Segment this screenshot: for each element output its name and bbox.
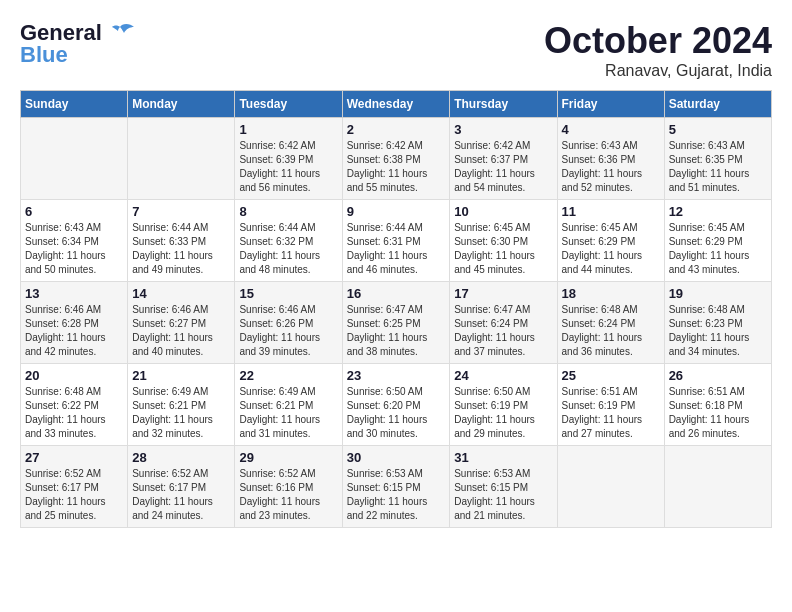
calendar-week-row: 27 Sunrise: 6:52 AMSunset: 6:17 PMDaylig… (21, 446, 772, 528)
day-number: 25 (562, 368, 660, 383)
header-sunday: Sunday (21, 91, 128, 118)
table-row: 10 Sunrise: 6:45 AMSunset: 6:30 PMDaylig… (450, 200, 557, 282)
table-row: 18 Sunrise: 6:48 AMSunset: 6:24 PMDaylig… (557, 282, 664, 364)
table-row: 23 Sunrise: 6:50 AMSunset: 6:20 PMDaylig… (342, 364, 450, 446)
day-number: 16 (347, 286, 446, 301)
table-row: 20 Sunrise: 6:48 AMSunset: 6:22 PMDaylig… (21, 364, 128, 446)
calendar-week-row: 6 Sunrise: 6:43 AMSunset: 6:34 PMDayligh… (21, 200, 772, 282)
calendar-week-row: 20 Sunrise: 6:48 AMSunset: 6:22 PMDaylig… (21, 364, 772, 446)
day-number: 7 (132, 204, 230, 219)
day-number: 22 (239, 368, 337, 383)
calendar-table: Sunday Monday Tuesday Wednesday Thursday… (20, 90, 772, 528)
day-number: 17 (454, 286, 552, 301)
day-number: 29 (239, 450, 337, 465)
day-detail: Sunrise: 6:44 AMSunset: 6:33 PMDaylight:… (132, 222, 213, 275)
day-number: 28 (132, 450, 230, 465)
day-detail: Sunrise: 6:47 AMSunset: 6:24 PMDaylight:… (454, 304, 535, 357)
day-detail: Sunrise: 6:52 AMSunset: 6:17 PMDaylight:… (25, 468, 106, 521)
table-row: 26 Sunrise: 6:51 AMSunset: 6:18 PMDaylig… (664, 364, 771, 446)
location: Ranavav, Gujarat, India (544, 62, 772, 80)
header-thursday: Thursday (450, 91, 557, 118)
day-number: 8 (239, 204, 337, 219)
table-row: 6 Sunrise: 6:43 AMSunset: 6:34 PMDayligh… (21, 200, 128, 282)
table-row: 21 Sunrise: 6:49 AMSunset: 6:21 PMDaylig… (128, 364, 235, 446)
day-number: 26 (669, 368, 767, 383)
day-detail: Sunrise: 6:51 AMSunset: 6:18 PMDaylight:… (669, 386, 750, 439)
day-number: 27 (25, 450, 123, 465)
table-row (128, 118, 235, 200)
day-number: 30 (347, 450, 446, 465)
day-number: 14 (132, 286, 230, 301)
table-row: 25 Sunrise: 6:51 AMSunset: 6:19 PMDaylig… (557, 364, 664, 446)
day-detail: Sunrise: 6:44 AMSunset: 6:32 PMDaylight:… (239, 222, 320, 275)
table-row: 27 Sunrise: 6:52 AMSunset: 6:17 PMDaylig… (21, 446, 128, 528)
calendar-week-row: 1 Sunrise: 6:42 AMSunset: 6:39 PMDayligh… (21, 118, 772, 200)
day-detail: Sunrise: 6:43 AMSunset: 6:36 PMDaylight:… (562, 140, 643, 193)
day-number: 23 (347, 368, 446, 383)
day-detail: Sunrise: 6:42 AMSunset: 6:37 PMDaylight:… (454, 140, 535, 193)
day-detail: Sunrise: 6:43 AMSunset: 6:34 PMDaylight:… (25, 222, 106, 275)
header-wednesday: Wednesday (342, 91, 450, 118)
day-detail: Sunrise: 6:44 AMSunset: 6:31 PMDaylight:… (347, 222, 428, 275)
table-row: 15 Sunrise: 6:46 AMSunset: 6:26 PMDaylig… (235, 282, 342, 364)
calendar-header-row: Sunday Monday Tuesday Wednesday Thursday… (21, 91, 772, 118)
table-row (664, 446, 771, 528)
day-detail: Sunrise: 6:48 AMSunset: 6:22 PMDaylight:… (25, 386, 106, 439)
day-detail: Sunrise: 6:48 AMSunset: 6:23 PMDaylight:… (669, 304, 750, 357)
header-friday: Friday (557, 91, 664, 118)
table-row (557, 446, 664, 528)
table-row: 24 Sunrise: 6:50 AMSunset: 6:19 PMDaylig… (450, 364, 557, 446)
table-row: 17 Sunrise: 6:47 AMSunset: 6:24 PMDaylig… (450, 282, 557, 364)
day-number: 24 (454, 368, 552, 383)
day-number: 21 (132, 368, 230, 383)
table-row: 31 Sunrise: 6:53 AMSunset: 6:15 PMDaylig… (450, 446, 557, 528)
table-row (21, 118, 128, 200)
day-number: 18 (562, 286, 660, 301)
day-detail: Sunrise: 6:42 AMSunset: 6:38 PMDaylight:… (347, 140, 428, 193)
day-number: 31 (454, 450, 552, 465)
day-detail: Sunrise: 6:45 AMSunset: 6:30 PMDaylight:… (454, 222, 535, 275)
header-monday: Monday (128, 91, 235, 118)
day-detail: Sunrise: 6:49 AMSunset: 6:21 PMDaylight:… (239, 386, 320, 439)
table-row: 28 Sunrise: 6:52 AMSunset: 6:17 PMDaylig… (128, 446, 235, 528)
logo-bird-icon (106, 23, 134, 43)
day-detail: Sunrise: 6:50 AMSunset: 6:19 PMDaylight:… (454, 386, 535, 439)
table-row: 1 Sunrise: 6:42 AMSunset: 6:39 PMDayligh… (235, 118, 342, 200)
day-number: 20 (25, 368, 123, 383)
day-number: 4 (562, 122, 660, 137)
day-detail: Sunrise: 6:51 AMSunset: 6:19 PMDaylight:… (562, 386, 643, 439)
table-row: 19 Sunrise: 6:48 AMSunset: 6:23 PMDaylig… (664, 282, 771, 364)
table-row: 11 Sunrise: 6:45 AMSunset: 6:29 PMDaylig… (557, 200, 664, 282)
day-detail: Sunrise: 6:46 AMSunset: 6:26 PMDaylight:… (239, 304, 320, 357)
logo: General Blue (20, 20, 134, 68)
table-row: 29 Sunrise: 6:52 AMSunset: 6:16 PMDaylig… (235, 446, 342, 528)
day-number: 19 (669, 286, 767, 301)
table-row: 5 Sunrise: 6:43 AMSunset: 6:35 PMDayligh… (664, 118, 771, 200)
day-number: 12 (669, 204, 767, 219)
table-row: 8 Sunrise: 6:44 AMSunset: 6:32 PMDayligh… (235, 200, 342, 282)
day-detail: Sunrise: 6:46 AMSunset: 6:27 PMDaylight:… (132, 304, 213, 357)
table-row: 13 Sunrise: 6:46 AMSunset: 6:28 PMDaylig… (21, 282, 128, 364)
table-row: 4 Sunrise: 6:43 AMSunset: 6:36 PMDayligh… (557, 118, 664, 200)
day-detail: Sunrise: 6:43 AMSunset: 6:35 PMDaylight:… (669, 140, 750, 193)
day-number: 11 (562, 204, 660, 219)
day-detail: Sunrise: 6:52 AMSunset: 6:16 PMDaylight:… (239, 468, 320, 521)
table-row: 30 Sunrise: 6:53 AMSunset: 6:15 PMDaylig… (342, 446, 450, 528)
header-tuesday: Tuesday (235, 91, 342, 118)
day-number: 9 (347, 204, 446, 219)
day-detail: Sunrise: 6:45 AMSunset: 6:29 PMDaylight:… (562, 222, 643, 275)
day-number: 10 (454, 204, 552, 219)
day-number: 1 (239, 122, 337, 137)
day-detail: Sunrise: 6:48 AMSunset: 6:24 PMDaylight:… (562, 304, 643, 357)
day-detail: Sunrise: 6:49 AMSunset: 6:21 PMDaylight:… (132, 386, 213, 439)
table-row: 9 Sunrise: 6:44 AMSunset: 6:31 PMDayligh… (342, 200, 450, 282)
table-row: 3 Sunrise: 6:42 AMSunset: 6:37 PMDayligh… (450, 118, 557, 200)
title-block: October 2024 Ranavav, Gujarat, India (544, 20, 772, 80)
page-header: General Blue October 2024 Ranavav, Gujar… (20, 20, 772, 80)
day-number: 15 (239, 286, 337, 301)
day-number: 6 (25, 204, 123, 219)
table-row: 14 Sunrise: 6:46 AMSunset: 6:27 PMDaylig… (128, 282, 235, 364)
day-detail: Sunrise: 6:52 AMSunset: 6:17 PMDaylight:… (132, 468, 213, 521)
logo-blue: Blue (20, 42, 68, 68)
header-saturday: Saturday (664, 91, 771, 118)
